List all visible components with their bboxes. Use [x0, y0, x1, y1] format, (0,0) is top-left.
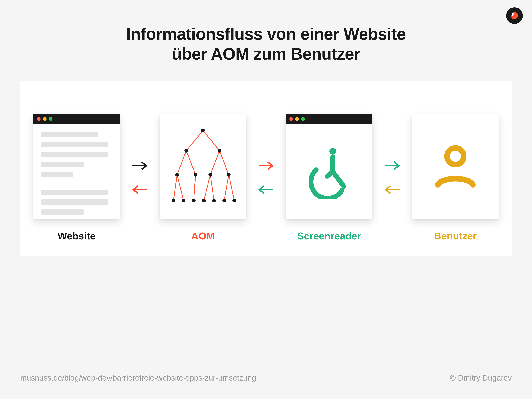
svg-point-17 [218, 149, 222, 153]
step-website: Website [33, 114, 120, 242]
svg-line-11 [204, 175, 210, 201]
arrow-right-icon [383, 160, 401, 171]
placeholder-line [41, 162, 84, 167]
footer: musnuss.de/blog/web-dev/barrierefreie-we… [20, 373, 512, 382]
svg-line-8 [173, 175, 177, 201]
placeholder-line [41, 190, 108, 195]
title-line-1: Informationsfluss von einer Website [126, 25, 406, 43]
svg-line-2 [186, 130, 203, 151]
svg-point-18 [175, 173, 179, 177]
placeholder-line [41, 142, 108, 148]
svg-line-6 [210, 151, 220, 175]
svg-point-16 [184, 149, 188, 153]
placeholder-line [41, 209, 84, 215]
arrows-screenreader-to-user [383, 160, 401, 195]
svg-line-10 [194, 175, 196, 201]
svg-line-4 [177, 151, 186, 175]
window-titlebar [33, 114, 120, 124]
page-title: Informationsfluss von einer Website über… [0, 0, 532, 64]
svg-line-5 [186, 151, 196, 175]
traffic-light-green-icon [301, 117, 305, 121]
svg-point-20 [209, 173, 212, 177]
placeholder-line [41, 200, 108, 205]
placeholder-line [41, 132, 98, 137]
svg-point-21 [227, 173, 231, 177]
step-aom: AOM [159, 114, 246, 242]
arrow-left-icon [383, 184, 401, 195]
svg-point-28 [233, 199, 236, 202]
arrows-website-to-aom [131, 160, 149, 195]
nut-icon [509, 11, 519, 21]
user-card [412, 114, 499, 219]
flow-row: Website [33, 114, 499, 242]
traffic-light-green-icon [49, 117, 52, 121]
arrows-aom-to-screenreader [257, 160, 275, 195]
svg-point-25 [202, 199, 206, 202]
aom-card [159, 114, 246, 219]
step-label-aom: AOM [191, 230, 215, 242]
svg-point-26 [212, 199, 216, 202]
step-label-screenreader: Screenreader [297, 230, 361, 242]
diagram-container: Website [20, 81, 512, 256]
footer-url: musnuss.de/blog/web-dev/barrierefreie-we… [20, 373, 256, 382]
traffic-light-red-icon [37, 117, 41, 121]
svg-line-3 [203, 130, 220, 151]
svg-point-27 [222, 199, 226, 202]
placeholder-line [41, 152, 108, 157]
svg-point-31 [329, 148, 336, 154]
arrow-right-icon [131, 160, 149, 171]
arrow-left-icon [257, 184, 275, 195]
step-user: Benutzer [412, 114, 499, 242]
aom-tree-icon [159, 114, 246, 219]
svg-point-15 [201, 129, 205, 132]
svg-point-34 [447, 148, 464, 165]
svg-line-7 [220, 151, 229, 175]
title-line-2: über AOM zum Benutzer [172, 45, 360, 63]
traffic-light-yellow-icon [295, 117, 299, 121]
svg-point-24 [192, 199, 196, 202]
step-label-website: Website [58, 230, 96, 242]
svg-point-19 [194, 173, 197, 177]
arrow-left-icon [131, 184, 149, 195]
svg-point-22 [171, 199, 175, 202]
website-card [33, 114, 120, 219]
svg-line-12 [210, 175, 214, 201]
step-screenreader: Screenreader [286, 114, 373, 242]
user-icon [412, 114, 499, 219]
window-titlebar [286, 114, 373, 124]
brand-logo [506, 7, 523, 24]
svg-line-9 [177, 175, 184, 201]
arrow-right-icon [257, 160, 275, 171]
accessibility-icon [286, 124, 373, 219]
step-label-user: Benutzer [434, 230, 477, 242]
svg-point-23 [182, 199, 185, 202]
website-text-placeholder [33, 124, 120, 215]
traffic-light-red-icon [289, 117, 293, 121]
placeholder-line [41, 172, 73, 177]
footer-credit: © Dmitry Dugarev [450, 373, 512, 382]
svg-line-14 [229, 175, 234, 201]
screenreader-card [286, 114, 373, 219]
traffic-light-yellow-icon [43, 117, 46, 121]
svg-line-13 [224, 175, 229, 201]
